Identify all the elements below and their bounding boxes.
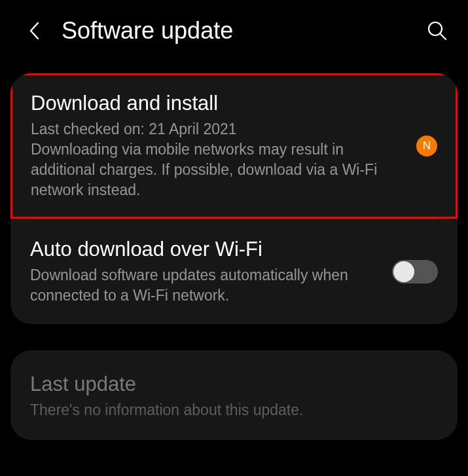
toggle-knob (393, 261, 414, 282)
svg-point-0 (429, 22, 442, 35)
last-update-title: Last update (30, 373, 438, 396)
auto-download-desc: Download software updates automatically … (30, 265, 380, 306)
new-badge: N (416, 136, 437, 156)
auto-download-toggle[interactable] (392, 260, 438, 284)
download-and-install-item[interactable]: Download and install Last checked on: 21… (10, 73, 458, 219)
auto-download-title: Auto download over Wi-Fi (30, 238, 380, 261)
search-icon[interactable] (426, 20, 448, 42)
last-update-item[interactable]: Last update There's no information about… (10, 350, 458, 440)
svg-line-1 (441, 34, 446, 39)
page-title: Software update (62, 17, 426, 45)
settings-card-2: Last update There's no information about… (10, 350, 458, 440)
download-desc: Last checked on: 21 April 2021 Downloadi… (31, 119, 405, 200)
back-icon[interactable] (26, 22, 43, 39)
last-update-desc: There's no information about this update… (30, 400, 438, 420)
settings-card-1: Download and install Last checked on: 21… (10, 73, 458, 324)
auto-download-item[interactable]: Auto download over Wi-Fi Download softwa… (10, 219, 458, 324)
download-title: Download and install (31, 92, 405, 115)
